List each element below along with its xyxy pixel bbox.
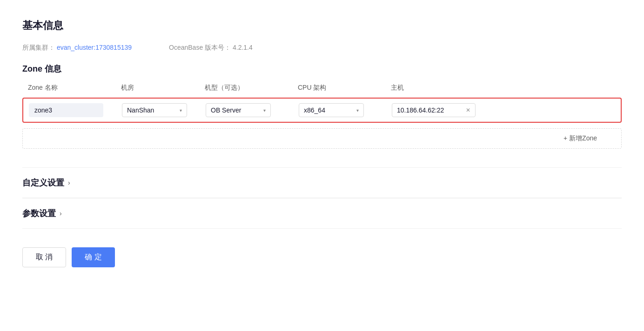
col-header-host: 主机 — [385, 84, 497, 92]
param-settings-section[interactable]: 参数设置 › — [22, 198, 622, 228]
divider-2 — [22, 228, 622, 229]
page-container: 基本信息 所属集群： evan_cluster:1730815139 Ocean… — [22, 19, 622, 267]
param-settings-title: 参数设置 — [22, 208, 56, 219]
idc-cell: NanShan ▾ — [116, 103, 200, 117]
model-cell: OB Server ▾ — [200, 103, 293, 117]
model-value: OB Server — [211, 106, 241, 114]
add-zone-button[interactable]: + 新增Zone — [564, 134, 616, 143]
basic-info-title: 基本信息 — [22, 19, 622, 33]
version-value: 4.2.1.4 — [233, 44, 253, 51]
host-cell: 10.186.64.62:22 ✕ — [386, 103, 498, 117]
col-header-action — [497, 84, 525, 92]
custom-settings-title: 自定义设置 — [22, 177, 64, 188]
cpu-arch-cell: x86_64 ▾ — [293, 103, 386, 117]
cpu-arch-chevron-icon: ▾ — [356, 108, 359, 113]
param-settings-chevron-icon: › — [60, 210, 62, 217]
col-header-cpu-arch: CPU 架构 — [292, 84, 385, 92]
cluster-link[interactable]: evan_cluster:1730815139 — [57, 44, 132, 51]
cluster-label: 所属集群： — [22, 44, 55, 51]
zone-row-highlighted: NanShan ▾ OB Server ▾ x86_64 ▾ 10.186.64… — [22, 98, 622, 123]
zone-table-header: Zone 名称 机房 机型（可选） CPU 架构 主机 — [22, 84, 622, 98]
cpu-arch-select[interactable]: x86_64 ▾ — [299, 103, 364, 117]
add-zone-row: + 新增Zone — [22, 128, 622, 149]
custom-settings-section[interactable]: 自定义设置 › — [22, 167, 622, 198]
col-header-idc: 机房 — [115, 84, 199, 92]
footer-buttons: 取 消 确 定 — [22, 247, 622, 267]
zone-section-title: Zone 信息 — [22, 63, 622, 74]
idc-select[interactable]: NanShan ▾ — [122, 103, 187, 117]
idc-value: NanShan — [127, 106, 154, 114]
col-header-zone-name: Zone 名称 — [22, 84, 115, 92]
host-value: 10.186.64.62:22 — [397, 106, 444, 114]
custom-settings-chevron-icon: › — [68, 179, 70, 186]
host-field: 10.186.64.62:22 ✕ — [392, 103, 476, 117]
col-header-model: 机型（可选） — [199, 84, 292, 92]
version-info: OceanBase 版本号： 4.2.1.4 — [169, 44, 253, 52]
cluster-info: 所属集群： evan_cluster:1730815139 — [22, 44, 132, 52]
version-label: OceanBase 版本号： — [169, 44, 231, 51]
confirm-button[interactable]: 确 定 — [72, 247, 114, 267]
zone-name-cell — [23, 103, 116, 117]
zone-name-input[interactable] — [29, 103, 103, 117]
model-chevron-icon: ▾ — [263, 108, 266, 113]
cancel-button[interactable]: 取 消 — [22, 247, 66, 267]
meta-row: 所属集群： evan_cluster:1730815139 OceanBase … — [22, 44, 622, 52]
idc-chevron-icon: ▾ — [180, 108, 182, 113]
cpu-arch-value: x86_64 — [304, 106, 325, 114]
model-select[interactable]: OB Server ▾ — [206, 103, 271, 117]
host-close-icon[interactable]: ✕ — [466, 107, 470, 113]
